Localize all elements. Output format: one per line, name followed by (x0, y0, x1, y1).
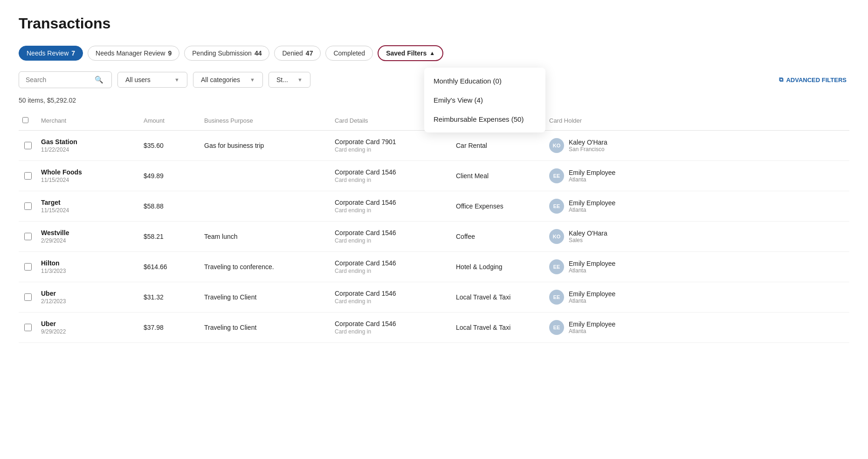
merchant-name: Uber (41, 290, 136, 297)
tab-label: Pending Submission (192, 49, 252, 57)
merchant-name: Whole Foods (41, 168, 136, 176)
row-checkbox[interactable] (24, 293, 32, 301)
filter-icon: ⧉ (779, 76, 783, 83)
table-row[interactable]: Hilton11/3/2023$614.66Traveling to confe… (19, 252, 849, 282)
row-checkbox[interactable] (24, 142, 32, 149)
holder-name: Emily Employee (569, 169, 615, 176)
row-checkbox[interactable] (24, 172, 32, 180)
merchant-cell: Gas Station11/22/2024 (37, 137, 140, 154)
holder-name: Emily Employee (569, 320, 615, 328)
tab-needs-review[interactable]: Needs Review 7 (19, 46, 83, 61)
card-details-cell: Corporate Card 1546Card ending in (331, 167, 452, 184)
merchant-cell: Target11/15/2024 (37, 198, 140, 215)
card-sub: Card ending in (335, 268, 448, 274)
avatar: KO (549, 138, 564, 153)
saved-filter-item-monthly-education[interactable]: Monthly Education (0) (424, 71, 545, 90)
tab-denied[interactable]: Denied 47 (274, 46, 321, 61)
holder-location: San Francisco (569, 146, 607, 153)
search-icon: 🔍 (95, 76, 103, 84)
row-checkbox[interactable] (24, 202, 32, 210)
table-row[interactable]: Westville2/29/2024$58.21Team lunchCorpor… (19, 222, 849, 252)
amount-cell: $614.66 (140, 262, 200, 271)
amount-cell: $49.89 (140, 171, 200, 181)
saved-filter-item-emilys-view[interactable]: Emily's View (4) (424, 90, 545, 110)
chevron-down-icon: ▼ (174, 77, 179, 83)
merchant-date: 11/22/2024 (41, 146, 136, 153)
accounting-category-cell: Coffee (452, 232, 545, 241)
advanced-filters-button[interactable]: ⧉ ADVANCED FILTERS (776, 72, 849, 87)
card-name: Corporate Card 1546 (335, 259, 448, 267)
table-body: Gas Station11/22/2024$35.60Gas for busin… (19, 131, 849, 343)
tab-completed[interactable]: Completed (325, 46, 373, 61)
merchant-cell: Uber2/12/2023 (37, 289, 140, 306)
transactions-table: MerchantAmountBusiness PurposeCard Detai… (19, 111, 849, 343)
card-sub: Card ending in (335, 177, 448, 183)
merchant-date: 2/12/2023 (41, 298, 136, 305)
holder-name: Emily Employee (569, 199, 615, 207)
merchant-name: Target (41, 199, 136, 206)
amount-cell: $58.88 (140, 202, 200, 211)
card-name: Corporate Card 1546 (335, 168, 448, 176)
select-all-checkbox[interactable] (22, 117, 28, 123)
merchant-name: Westville (41, 229, 136, 236)
table-row[interactable]: Target11/15/2024$58.88Corporate Card 154… (19, 191, 849, 222)
page-title: Transactions (19, 15, 849, 32)
chevron-up-icon: ▲ (429, 50, 435, 56)
table-row[interactable]: Whole Foods11/15/2024$49.89Corporate Car… (19, 161, 849, 191)
search-input-wrap[interactable]: 🔍 (19, 71, 112, 88)
card-name: Corporate Card 1546 (335, 290, 448, 297)
card-name: Corporate Card 7901 (335, 138, 448, 146)
merchant-date: 11/3/2023 (41, 268, 136, 274)
search-input[interactable] (26, 76, 91, 83)
business-purpose-cell: Traveling to Client (200, 292, 331, 302)
chevron-down-icon: ▼ (250, 77, 255, 83)
row-checkbox[interactable] (24, 324, 32, 331)
card-holder-cell: EE Emily Employee Atlanta (545, 198, 648, 215)
row-checkbox[interactable] (24, 263, 32, 271)
row-checkbox-cell (19, 202, 37, 211)
tab-saved-filters[interactable]: Saved Filters ▲ (378, 45, 443, 61)
avatar: EE (549, 168, 564, 183)
business-purpose-cell: Traveling to conference. (200, 262, 331, 271)
merchant-cell: Whole Foods11/15/2024 (37, 167, 140, 184)
holder-location: Atlanta (569, 207, 615, 213)
tab-needs-manager-review[interactable]: Needs Manager Review 9 (88, 46, 179, 61)
amount-cell: $31.32 (140, 292, 200, 302)
table-row[interactable]: Uber2/12/2023$31.32Traveling to ClientCo… (19, 282, 849, 313)
tab-pending-submission[interactable]: Pending Submission 44 (184, 46, 269, 61)
avatar: EE (549, 199, 564, 214)
tab-label: Needs Manager Review (96, 49, 165, 57)
all-users-dropdown[interactable]: All users ▼ (117, 72, 187, 88)
card-holder-cell: EE Emily Employee Atlanta (545, 167, 648, 184)
tab-label: Saved Filters (386, 49, 427, 57)
accounting-category-cell: Client Meal (452, 171, 545, 181)
merchant-date: 2/29/2024 (41, 237, 136, 244)
header-business-purpose: Business Purpose (200, 115, 331, 126)
business-purpose-cell: Traveling to Client (200, 323, 331, 332)
holder-name: Emily Employee (569, 290, 615, 298)
merchant-name: Uber (41, 320, 136, 327)
status-dropdown[interactable]: St... ▼ (269, 72, 310, 88)
holder-location: Atlanta (569, 298, 615, 304)
saved-filter-item-reimbursable-expenses[interactable]: Reimbursable Expenses (50) (424, 110, 545, 129)
table-row[interactable]: Uber9/29/2022$37.98Traveling to ClientCo… (19, 313, 849, 343)
holder-location: Atlanta (569, 328, 615, 334)
accounting-category-cell: Office Expenses (452, 202, 545, 211)
table-row[interactable]: Gas Station11/22/2024$35.60Gas for busin… (19, 131, 849, 161)
card-sub: Card ending in (335, 207, 448, 214)
accounting-category-cell: Hotel & Lodging (452, 262, 545, 271)
merchant-date: 11/15/2024 (41, 177, 136, 183)
holder-name: Emily Employee (569, 260, 615, 267)
business-purpose-cell (200, 205, 331, 207)
business-purpose-cell: Gas for business trip (200, 141, 331, 150)
row-checkbox-cell (19, 323, 37, 332)
tab-badge: 44 (255, 49, 262, 57)
row-checkbox[interactable] (24, 233, 32, 240)
row-checkbox-cell (19, 232, 37, 241)
merchant-date: 11/15/2024 (41, 207, 136, 214)
card-name: Corporate Card 1546 (335, 199, 448, 206)
all-categories-dropdown[interactable]: All categories ▼ (193, 72, 263, 88)
avatar: KO (549, 229, 564, 244)
merchant-name: Gas Station (41, 138, 136, 146)
card-holder-cell: EE Emily Employee Atlanta (545, 319, 648, 336)
